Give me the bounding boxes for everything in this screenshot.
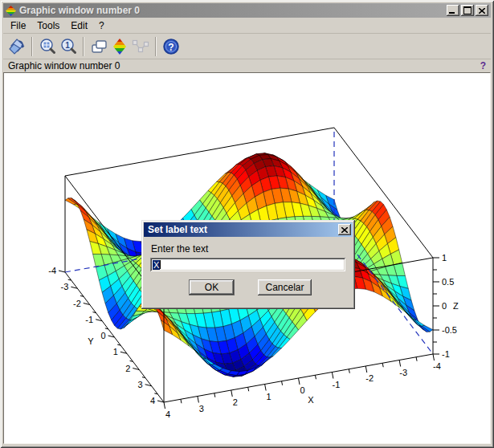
dialog-prompt: Enter the text xyxy=(151,243,208,255)
window-title: Graphic window number 0 xyxy=(19,5,140,16)
svg-text:-2: -2 xyxy=(365,373,374,383)
help-button[interactable]: ? xyxy=(161,36,182,57)
ok-button[interactable]: OK xyxy=(189,279,235,295)
input-selected-text: X xyxy=(153,260,160,270)
dialog-title: Set label text xyxy=(148,224,207,235)
windows-button[interactable] xyxy=(88,36,109,57)
text-caret xyxy=(160,260,161,269)
polyline-button[interactable] xyxy=(130,36,151,57)
menu-edit[interactable]: Edit xyxy=(65,19,93,32)
svg-text:0: 0 xyxy=(442,301,447,311)
menu-tools[interactable]: Tools xyxy=(31,19,65,32)
svg-text:X: X xyxy=(308,395,314,405)
app-icon xyxy=(6,6,16,16)
polyline-nodes-icon xyxy=(131,39,150,55)
dialog-close-button[interactable] xyxy=(338,224,351,235)
svg-text:-0.5: -0.5 xyxy=(442,325,457,335)
info-bar: Graphic window number 0 ? xyxy=(3,59,491,72)
menu-bar: File Tools Edit ? xyxy=(3,18,491,32)
svg-text:-4: -4 xyxy=(433,361,441,371)
zoom-area-button[interactable] xyxy=(37,36,58,57)
svg-text:0.5: 0.5 xyxy=(442,277,454,287)
help-icon: ? xyxy=(162,38,180,55)
zoom-reset-button[interactable]: 1 xyxy=(58,36,79,57)
svg-text:2: 2 xyxy=(233,397,238,407)
info-label: Graphic window number 0 xyxy=(8,60,120,71)
close-button[interactable] xyxy=(476,5,488,16)
svg-text:0: 0 xyxy=(100,331,105,340)
toolbar: 1 xyxy=(3,33,491,59)
menu-help[interactable]: ? xyxy=(93,19,110,32)
info-help-icon[interactable]: ? xyxy=(480,60,486,71)
zoom-reset-glyph: 1 xyxy=(65,41,70,50)
rotate-2d-icon xyxy=(8,38,26,55)
toolbar-separator xyxy=(83,37,84,56)
svg-text:2: 2 xyxy=(125,364,130,373)
svg-text:-1: -1 xyxy=(332,380,340,389)
menu-file[interactable]: File xyxy=(5,19,31,32)
minimize-icon xyxy=(449,12,455,14)
rotate-button[interactable] xyxy=(6,36,27,57)
svg-text:-1: -1 xyxy=(85,315,93,324)
label-text-input[interactable]: X xyxy=(150,258,345,271)
overlapping-windows-icon xyxy=(90,39,108,55)
svg-text:3: 3 xyxy=(138,380,143,389)
set-label-dialog: Set label text Enter the text X OK Cance… xyxy=(141,220,355,309)
svg-text:Y: Y xyxy=(88,336,94,346)
zoom-area-icon xyxy=(39,38,56,55)
svg-text:3: 3 xyxy=(199,404,204,413)
window-titlebar[interactable]: Graphic window number 0 xyxy=(3,3,491,18)
maximize-icon xyxy=(463,6,472,14)
svg-text:-3: -3 xyxy=(61,282,69,291)
svg-text:1: 1 xyxy=(267,392,271,401)
svg-text:Z: Z xyxy=(453,301,459,311)
minimize-button[interactable] xyxy=(447,5,459,16)
zoom-reset-icon: 1 xyxy=(60,38,77,55)
ged-button[interactable] xyxy=(109,36,130,57)
svg-text:4: 4 xyxy=(150,396,155,405)
svg-text:1: 1 xyxy=(113,347,118,356)
svg-text:-4: -4 xyxy=(48,266,56,275)
toolbar-separator xyxy=(31,37,33,56)
svg-text:-3: -3 xyxy=(399,368,407,377)
toolbar-separator xyxy=(155,37,157,56)
help-glyph: ? xyxy=(168,41,174,52)
svg-text:0: 0 xyxy=(300,385,304,395)
svg-text:1: 1 xyxy=(442,253,447,263)
svg-text:4: 4 xyxy=(165,409,170,419)
svg-text:-2: -2 xyxy=(73,299,81,308)
close-icon xyxy=(341,227,348,233)
colored-diamond-icon xyxy=(112,38,128,55)
close-icon xyxy=(479,8,485,14)
svg-text:-1: -1 xyxy=(442,349,450,359)
cancel-button[interactable]: Cancelar xyxy=(258,279,312,295)
maximize-button[interactable] xyxy=(461,5,474,16)
dialog-titlebar[interactable]: Set label text xyxy=(144,222,353,237)
